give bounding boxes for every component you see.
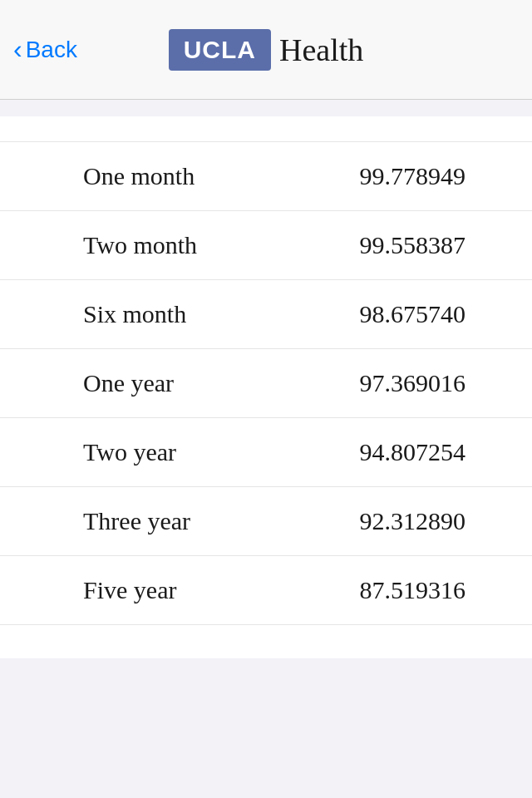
row-value: 87.519316 bbox=[360, 576, 466, 604]
row-value: 99.558387 bbox=[360, 231, 466, 259]
navbar: ‹ Back UCLA Health bbox=[0, 0, 532, 100]
back-label: Back bbox=[26, 37, 77, 63]
row-label: Five year bbox=[83, 576, 176, 604]
health-text: Health bbox=[279, 32, 363, 68]
row-label: One year bbox=[83, 369, 174, 397]
row-value: 99.778949 bbox=[360, 162, 466, 190]
table-row: One year97.369016 bbox=[0, 349, 532, 418]
row-value: 97.369016 bbox=[360, 369, 466, 397]
logo-container: UCLA Health bbox=[169, 29, 364, 71]
row-label: Two month bbox=[83, 231, 197, 259]
back-chevron-icon: ‹ bbox=[13, 34, 22, 65]
table-row: One month99.778949 bbox=[0, 141, 532, 211]
table-row: Five year87.519316 bbox=[0, 556, 532, 625]
row-value: 92.312890 bbox=[360, 507, 466, 535]
main-content: One month99.778949Two month99.558387Six … bbox=[0, 116, 532, 658]
data-table: One month99.778949Two month99.558387Six … bbox=[0, 141, 532, 625]
row-label: Six month bbox=[83, 300, 186, 328]
back-button[interactable]: ‹ Back bbox=[13, 34, 77, 65]
table-row: Two month99.558387 bbox=[0, 211, 532, 280]
table-row: Three year92.312890 bbox=[0, 487, 532, 556]
row-value: 94.807254 bbox=[360, 438, 466, 466]
table-row: Six month98.675740 bbox=[0, 280, 532, 349]
ucla-badge: UCLA bbox=[169, 29, 271, 71]
row-value: 98.675740 bbox=[360, 300, 466, 328]
row-label: Two year bbox=[83, 438, 176, 466]
row-label: Three year bbox=[83, 507, 190, 535]
table-row: Two year94.807254 bbox=[0, 418, 532, 487]
row-label: One month bbox=[83, 162, 195, 190]
